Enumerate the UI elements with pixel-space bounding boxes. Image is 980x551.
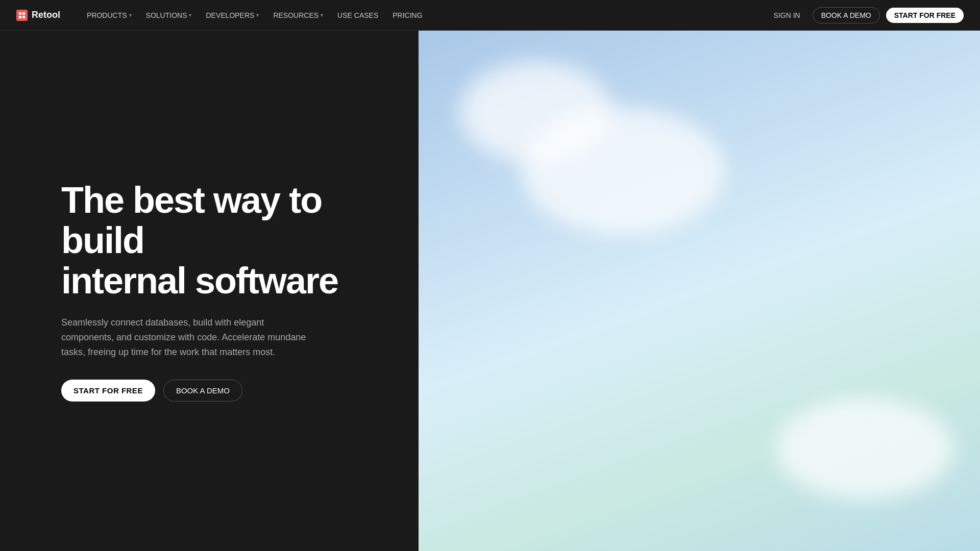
nav-developers[interactable]: DEVELOPERS ▾	[200, 8, 265, 22]
book-demo-button[interactable]: BOOK A DEMO	[813, 7, 880, 23]
logo[interactable]: Retool	[16, 10, 60, 21]
hero-section: The best way to build internal software …	[0, 0, 980, 551]
nav-resources[interactable]: RESOURCES ▾	[267, 8, 329, 22]
hero-title: The best way to build internal software	[61, 180, 388, 302]
nav-links: PRODUCTS ▾ SOLUTIONS ▾ DEVELOPERS ▾ RESO…	[81, 8, 768, 22]
nav-solutions[interactable]: SOLUTIONS ▾	[140, 8, 198, 22]
logo-text: Retool	[32, 10, 60, 20]
cloud-3	[776, 398, 954, 500]
nav-pricing[interactable]: PRICING	[386, 8, 428, 22]
svg-rect-2	[19, 16, 21, 18]
svg-rect-3	[22, 16, 25, 18]
hero-right-cloud	[419, 31, 980, 551]
navbar: Retool PRODUCTS ▾ SOLUTIONS ▾ DEVELOPERS…	[0, 0, 980, 31]
chevron-down-icon: ▾	[256, 12, 259, 18]
chevron-down-icon: ▾	[321, 12, 323, 18]
signin-button[interactable]: SIGN IN	[768, 8, 806, 22]
nav-use-cases[interactable]: USE CASES	[331, 8, 384, 22]
nav-actions: SIGN IN BOOK A DEMO START FOR FREE	[768, 7, 964, 23]
logo-icon	[16, 10, 28, 21]
hero-left: The best way to build internal software …	[0, 31, 419, 551]
cloud-2	[521, 107, 725, 235]
chevron-down-icon: ▾	[129, 12, 132, 18]
hero-start-free-button[interactable]: START FOR FREE	[61, 380, 155, 402]
hero-description: Seamlessly connect databases, build with…	[61, 315, 316, 359]
svg-rect-1	[22, 12, 25, 15]
hero-book-demo-button[interactable]: BOOK A DEMO	[163, 380, 242, 402]
chevron-down-icon: ▾	[189, 12, 191, 18]
hero-buttons: START FOR FREE BOOK A DEMO	[61, 380, 388, 402]
start-free-button[interactable]: START FOR FREE	[886, 8, 964, 23]
svg-rect-0	[19, 12, 21, 15]
nav-products[interactable]: PRODUCTS ▾	[81, 8, 138, 22]
